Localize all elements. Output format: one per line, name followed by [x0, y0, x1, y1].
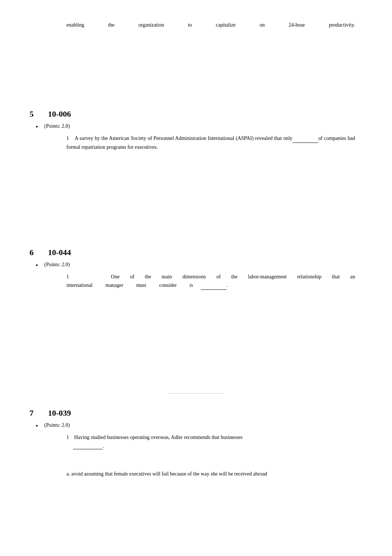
- word-capitalize: capitalize: [216, 22, 236, 28]
- section-7-answer-a: a. avoid assuming that female executives…: [66, 470, 355, 478]
- section-6-question: 1 One of the main dimensions of the labo…: [30, 272, 362, 290]
- q5-text1: A survey by the American Society of Pers…: [75, 135, 292, 141]
- word-on: on: [259, 22, 265, 28]
- q5-num: 1: [66, 135, 69, 141]
- section-divider: [168, 393, 224, 394]
- word-the: the: [108, 22, 114, 28]
- bullet-icon-5: •: [30, 123, 44, 131]
- section-7-number: 7: [30, 408, 48, 418]
- section-5: 5 10-006 • (Points: 2.0) 1 A survey by t…: [30, 109, 362, 152]
- section-7: 7 10-039 • (Points: 2.0) 1 Having studie…: [30, 408, 362, 478]
- q6-blank: [201, 285, 227, 290]
- section-5-header: 5 10-006: [30, 109, 362, 119]
- top-line-text: enabling the organization to capitalize …: [30, 22, 362, 28]
- section-5-bullet-row: • (Points: 2.0): [30, 123, 362, 131]
- section-5-number: 5: [30, 109, 48, 119]
- q6-line1: One of the main dimensions of the labor-…: [66, 274, 355, 288]
- word-productivity: productivity.: [329, 22, 355, 28]
- section-5-points: (Points: 2.0): [44, 123, 70, 129]
- section-6-question-text: 1 One of the main dimensions of the labo…: [66, 272, 355, 290]
- word-organization: organization: [138, 22, 164, 28]
- section-7-header: 7 10-039: [30, 408, 362, 418]
- section-6-number: 6: [30, 248, 48, 257]
- bullet-icon-7: •: [30, 422, 44, 430]
- spacer-5-6: [30, 174, 362, 248]
- section-7-bullet-row: • (Points: 2.0): [30, 422, 362, 430]
- spacer-q7-answers: [66, 449, 355, 464]
- section-6-header: 6 10-044: [30, 248, 362, 257]
- section-7-code: 10-039: [48, 408, 71, 418]
- section-7-points: (Points: 2.0): [44, 422, 70, 428]
- section-6-bullet-row: • (Points: 2.0): [30, 262, 362, 270]
- section-7-question-text: 1 Having studied businesses operating ov…: [66, 433, 355, 442]
- section-6: 6 10-044 • (Points: 2.0) 1 One of the ma…: [30, 248, 362, 290]
- q7-blank: [73, 444, 103, 449]
- section-5-code: 10-006: [48, 109, 71, 119]
- section-5-question: 1 A survey by the American Society of Pe…: [30, 134, 362, 152]
- q6-num: 1: [66, 274, 69, 279]
- word-to: to: [188, 22, 192, 28]
- section-6-code: 10-044: [48, 248, 71, 257]
- q7-text: Having studied businesses operating over…: [74, 435, 243, 440]
- bullet-icon-6: •: [30, 262, 44, 270]
- word-enabling: enabling: [66, 22, 84, 28]
- section-6-points: (Points: 2.0): [44, 262, 70, 268]
- q5-blank: [292, 138, 318, 143]
- section-5-question-text: 1 A survey by the American Society of Pe…: [66, 134, 355, 152]
- section-7-question: 1 Having studied businesses operating ov…: [30, 433, 362, 478]
- word-24hour: 24-hour: [289, 22, 305, 28]
- spacer-6-7: [30, 312, 362, 378]
- q7-period: .: [103, 443, 104, 449]
- q7-num: 1: [66, 435, 69, 440]
